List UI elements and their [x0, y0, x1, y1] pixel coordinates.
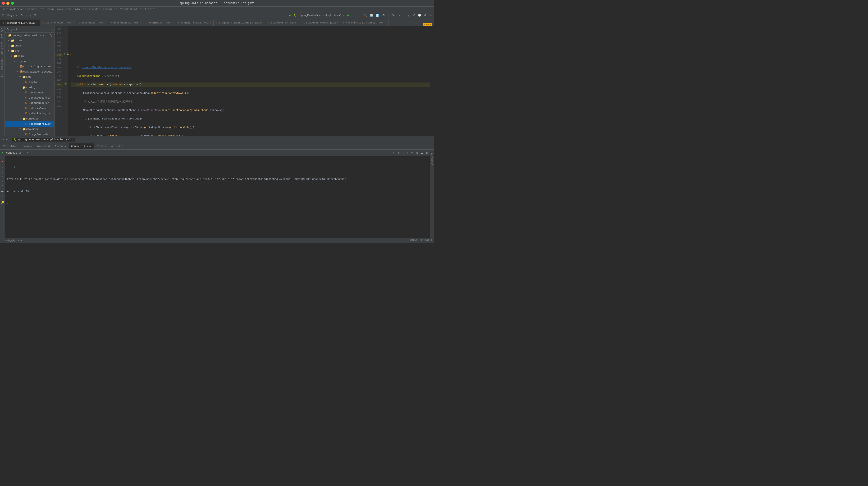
git-push[interactable]: ↓: [407, 13, 410, 17]
console-btn-3[interactable]: ↓: [402, 151, 405, 155]
tree-item-datasourcecon[interactable]: C DataSourceCon: [5, 100, 54, 106]
tree-expand[interactable]: ↓: [48, 28, 50, 31]
tab-userphone[interactable]: C UserPhone.java ×: [76, 20, 108, 26]
tree-settings[interactable]: ⚙: [42, 28, 43, 31]
console-close[interactable]: ×: [25, 151, 29, 155]
tab-stageborrowserviceimpl[interactable]: C StageBorrowServiceImpl.java ×: [214, 20, 266, 26]
debug-step-into[interactable]: ↘: [1, 170, 4, 174]
tab-threads[interactable]: Threads: [53, 144, 68, 149]
tab-overhead[interactable]: Overhead: [35, 144, 52, 149]
maximize-button[interactable]: [11, 2, 14, 5]
debug-pause[interactable]: ✏: [1, 155, 4, 159]
git-check[interactable]: ✓: [398, 13, 402, 17]
git-more[interactable]: ≫: [428, 13, 433, 17]
tree-item-datascope[interactable]: C DataScope: [5, 90, 54, 95]
tab-userphoedao[interactable]: C UserPhoneDao.java ×: [40, 20, 76, 26]
tree-item-logback[interactable]: ▶ 📦 ch.qos.logback.core.: [5, 64, 54, 69]
tab-close-icon[interactable]: ×: [210, 22, 211, 24]
breakpoint-icon[interactable]: ●: [64, 83, 67, 85]
toolbar-btn-4[interactable]: ↓: [29, 13, 32, 17]
debug-evaluate[interactable]: ≡: [1, 184, 4, 187]
tree-item-main[interactable]: ▼ 📁 main: [5, 54, 54, 59]
toolbar-btn-1[interactable]: ☰: [1, 13, 6, 17]
tab-userphonedaoxml[interactable]: X UserPhoneDao.xml ×: [108, 20, 144, 26]
console-btn-7[interactable]: ☰: [420, 151, 425, 155]
debug-resume[interactable]: ▶: [1, 151, 4, 154]
tree-item-contoller[interactable]: ▼ 📁 contoller: [5, 116, 54, 121]
build-button[interactable]: 🔨: [363, 13, 368, 17]
console-btn-2[interactable]: ⬆: [397, 151, 401, 155]
tree-close[interactable]: ×: [51, 28, 52, 31]
tree-collapse[interactable]: ↑: [45, 28, 46, 31]
git-history[interactable]: 🕐: [417, 13, 423, 17]
debug-step-out[interactable]: ↗: [1, 175, 4, 179]
profile-button[interactable]: ⏱: [381, 13, 386, 17]
sidebar-full-requests[interactable]: Full Requests: [0, 56, 4, 79]
console-filter[interactable]: ⊟ ---: [18, 151, 25, 155]
debug-button[interactable]: 🐛: [292, 13, 298, 17]
tab-memory[interactable]: Memory: [20, 144, 34, 149]
tree-item-idea[interactable]: ▶ 📁 .idea: [5, 38, 54, 43]
tree-item-aop[interactable]: ▼ 📁 aop: [5, 74, 54, 80]
toolbar-btn-3[interactable]: ↑: [24, 13, 28, 17]
tree-item-stageborrowda[interactable]: C StageBorrowDa: [5, 132, 54, 136]
tab-close-icon[interactable]: ×: [72, 22, 74, 24]
tree-item-mybatispluginc[interactable]: C MybatisPluginC: [5, 111, 54, 116]
git-button[interactable]: Git:: [391, 13, 397, 17]
tree-item-config[interactable]: ▼ 📁 config: [5, 85, 54, 90]
tab-close-icon[interactable]: ×: [140, 22, 141, 24]
console-output[interactable]: ) 2022-08-11 23:26:36.868 [spring-data-e…: [5, 156, 430, 238]
run-btn-2[interactable]: ▶: [346, 13, 350, 17]
tab-testcontroller[interactable]: C TestController.java ×: [0, 20, 40, 26]
tab-close-icon[interactable]: ×: [297, 22, 299, 24]
tab-console[interactable]: Console | ---: [69, 144, 94, 149]
tree-item-testcontroller[interactable]: C TestController: [5, 121, 54, 127]
tree-item-daouser[interactable]: ▼ 📁 dao.user: [5, 127, 54, 132]
run-gutter-icon[interactable]: ▶: [64, 52, 66, 55]
tree-item-src[interactable]: ▼ 📁 src: [5, 48, 54, 54]
debug-snapshot[interactable]: 📷: [1, 190, 4, 194]
run-button[interactable]: ▶: [287, 13, 292, 17]
toolbar-btn-5[interactable]: ⊞: [33, 13, 37, 17]
tree-item-java[interactable]: ▼ ☕ java: [5, 59, 54, 64]
stop-button[interactable]: ◾: [356, 13, 362, 17]
debug-session-close[interactable]: ×: [71, 139, 73, 141]
debug-stop[interactable]: ◾: [1, 159, 4, 163]
git-revert[interactable]: ↺: [423, 13, 427, 17]
sidebar-project[interactable]: Project: [0, 26, 4, 40]
tab-close-icon[interactable]: ×: [262, 22, 264, 24]
console-btn-1[interactable]: ⬇: [392, 151, 396, 155]
tree-item-mvn[interactable]: ▶ 📁 .mvn: [5, 43, 54, 48]
code-content[interactable]: // http://localhost:8502/api/test13 @Req…: [68, 26, 430, 136]
debug-settings[interactable]: ⚙: [1, 194, 4, 198]
tab-stageborrow[interactable]: C StageBorrow.java ×: [266, 20, 301, 26]
coverage-button[interactable]: 📊: [375, 13, 381, 17]
tab-close-icon[interactable]: ×: [172, 22, 173, 24]
tree-item-datascopeinter[interactable]: C DataScopeInter: [5, 95, 54, 100]
console-btn-4[interactable]: ↑: [406, 151, 409, 155]
tab-stageborrowdao[interactable]: C StageBorrowDao.java ×: [301, 20, 341, 26]
console-btn-6[interactable]: ⊘: [415, 151, 419, 155]
debug-session-tab[interactable]: 🐛 SpringDataEnDecoderApplication (1) ×: [12, 138, 75, 142]
minimize-button[interactable]: [6, 2, 9, 5]
debug-step-over[interactable]: ↓: [1, 166, 4, 170]
tab-close-icon[interactable]: ×: [104, 22, 106, 24]
tab-mybatispluginconfig[interactable]: C MybatisPluginConfig.java ×: [341, 20, 389, 26]
run-config[interactable]: SpringDataEnDecoderApplication (1) ▾: [299, 13, 346, 17]
tab-close-icon[interactable]: ×: [384, 22, 385, 24]
close-button[interactable]: [2, 2, 5, 5]
git-branch[interactable]: ⎇: [411, 13, 416, 17]
toolbar-btn-2[interactable]: ⚙: [19, 13, 24, 17]
tree-item-mybatisbaomid[interactable]: C MybatisBaomid.: [5, 106, 54, 111]
sidebar-structure[interactable]: Structure: [0, 40, 4, 56]
tab-stageborrowdaoxml[interactable]: X StageBorrowDao.xml ×: [176, 20, 214, 26]
console-btn-5[interactable]: ↺: [410, 151, 414, 155]
tab-close-icon[interactable]: ×: [337, 22, 338, 24]
tree-item-com[interactable]: ▼ 📦 com.data.en.decoder.: [5, 69, 54, 74]
tab-mysqlmain[interactable]: C MysqlMain.java ×: [144, 20, 176, 26]
tab-actuator[interactable]: Actuator: [109, 144, 126, 149]
tree-content[interactable]: ▼ 📁 spring-data-en-decoder ~/git ▶ 📁 .id…: [5, 33, 54, 136]
update-button[interactable]: 🔄: [369, 13, 374, 17]
tab-close-icon[interactable]: ×: [36, 22, 37, 24]
tab-variables[interactable]: Variables: [1, 144, 20, 149]
